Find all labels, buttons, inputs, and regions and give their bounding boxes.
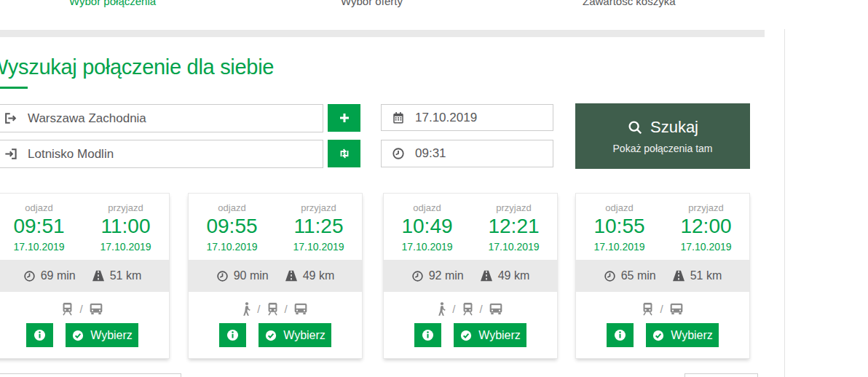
search-button[interactable]: Szukaj Pokaż połączenia tam bbox=[575, 103, 750, 169]
bus-icon bbox=[89, 303, 103, 315]
departure-date: 17.10.2019 bbox=[576, 241, 663, 253]
arrival-date: 17.10.2019 bbox=[82, 241, 169, 253]
info-icon bbox=[613, 328, 627, 342]
transport-modes: / bbox=[576, 300, 749, 317]
search-button-label: Szukaj bbox=[650, 118, 698, 137]
arrival-time: 11:00 bbox=[82, 215, 169, 238]
origin-station-input[interactable]: Warszawa Zachodnia bbox=[0, 104, 323, 132]
distance-value: 51 km bbox=[110, 269, 142, 282]
mode-separator: / bbox=[452, 303, 455, 315]
time-input[interactable]: 09:31 bbox=[381, 140, 553, 167]
select-button[interactable]: Wybierz bbox=[454, 323, 526, 347]
road-icon bbox=[92, 270, 105, 282]
duration-distance-strip: 92 min 49 km bbox=[384, 260, 557, 292]
duration-value: 65 min bbox=[621, 269, 656, 282]
mode-separator: / bbox=[257, 303, 260, 315]
calendar-icon bbox=[392, 111, 405, 124]
stepper-progress-bar bbox=[0, 30, 765, 37]
duration-clock-icon bbox=[23, 270, 36, 282]
date-value: 17.10.2019 bbox=[415, 111, 477, 125]
content-right-divider bbox=[784, 29, 785, 377]
arrival-label: przyjazd bbox=[470, 202, 557, 213]
destination-station-input[interactable]: Lotnisko Modlin bbox=[0, 140, 323, 168]
departure-label: odjazd bbox=[0, 202, 82, 213]
departure-time: 10:49 bbox=[384, 215, 470, 238]
duration-clock-icon bbox=[604, 270, 616, 282]
duration-distance-strip: 90 min 49 km bbox=[189, 260, 362, 292]
time-value: 09:31 bbox=[415, 146, 446, 161]
transport-modes: // bbox=[189, 300, 362, 317]
distance-value: 51 km bbox=[690, 269, 722, 282]
walk-icon bbox=[438, 302, 446, 316]
search-button-sublabel: Pokaż połączenia tam bbox=[613, 143, 713, 154]
select-button-label: Wybierz bbox=[478, 329, 521, 342]
later-connections-button[interactable] bbox=[684, 373, 758, 377]
date-input[interactable]: 17.10.2019 bbox=[381, 104, 553, 131]
arrival-time: 12:00 bbox=[663, 215, 749, 238]
info-button[interactable] bbox=[607, 323, 634, 347]
departure-time: 09:55 bbox=[189, 215, 275, 238]
duration-distance-strip: 65 min 51 km bbox=[576, 260, 749, 292]
distance-value: 49 km bbox=[498, 269, 530, 282]
departure-label: odjazd bbox=[576, 202, 663, 213]
bus-icon bbox=[489, 303, 503, 315]
departure-label: odjazd bbox=[384, 202, 470, 213]
train-icon bbox=[61, 302, 74, 316]
check-icon bbox=[652, 329, 665, 342]
check-icon bbox=[459, 329, 473, 342]
departure-time: 10:55 bbox=[576, 215, 663, 238]
departure-date: 17.10.2019 bbox=[189, 241, 275, 253]
info-icon bbox=[226, 328, 240, 342]
connection-card: odjazd 10:55 17.10.2019 przyjazd 12:00 1… bbox=[575, 193, 750, 359]
select-button-label: Wybierz bbox=[671, 329, 713, 342]
arrival-date: 17.10.2019 bbox=[663, 241, 749, 253]
arrival-label: przyjazd bbox=[663, 202, 749, 213]
stepper-step-connection[interactable]: Wybór połączenia bbox=[69, 0, 156, 7]
earlier-connections-button[interactable] bbox=[0, 373, 181, 377]
search-icon bbox=[627, 119, 643, 135]
transport-modes: // bbox=[384, 300, 557, 317]
stepper-step-cart[interactable]: Zawartość koszyka bbox=[583, 0, 676, 7]
connection-card: odjazd 10:49 17.10.2019 przyjazd 12:21 1… bbox=[383, 193, 558, 359]
select-button-label: Wybierz bbox=[90, 329, 133, 342]
mode-separator: / bbox=[79, 303, 82, 315]
page-title: Wyszukaj połączenie dla siebie bbox=[0, 55, 274, 79]
swap-icon bbox=[338, 147, 351, 160]
arrival-date: 17.10.2019 bbox=[275, 241, 362, 253]
select-button[interactable]: Wybierz bbox=[259, 323, 331, 347]
connection-card: odjazd 09:51 17.10.2019 przyjazd 11:00 1… bbox=[0, 193, 170, 359]
add-station-button[interactable] bbox=[328, 104, 360, 132]
train-icon bbox=[267, 302, 279, 316]
stepper-step-offer[interactable]: Wybór oferty bbox=[341, 0, 403, 7]
arrival-icon bbox=[4, 147, 17, 161]
info-icon bbox=[421, 328, 435, 342]
train-icon bbox=[462, 302, 474, 316]
departure-time: 09:51 bbox=[0, 215, 82, 238]
transport-modes: / bbox=[0, 300, 169, 317]
duration-clock-icon bbox=[411, 270, 424, 282]
origin-station-value: Warszawa Zachodnia bbox=[28, 111, 146, 126]
select-button[interactable]: Wybierz bbox=[646, 323, 719, 347]
duration-value: 69 min bbox=[41, 269, 76, 282]
bus-icon bbox=[669, 303, 684, 315]
select-button-label: Wybierz bbox=[283, 329, 326, 342]
duration-value: 90 min bbox=[234, 269, 269, 282]
road-icon bbox=[672, 270, 685, 282]
arrival-label: przyjazd bbox=[82, 202, 169, 213]
info-button[interactable] bbox=[219, 323, 246, 347]
duration-clock-icon bbox=[216, 270, 229, 282]
departure-label: odjazd bbox=[189, 202, 275, 213]
check-icon bbox=[71, 329, 84, 342]
select-button[interactable]: Wybierz bbox=[66, 323, 138, 347]
info-button[interactable] bbox=[26, 323, 53, 347]
clock-icon bbox=[392, 147, 405, 160]
arrival-label: przyjazd bbox=[275, 202, 362, 213]
swap-stations-button[interactable] bbox=[328, 140, 360, 167]
mode-separator: / bbox=[480, 303, 483, 315]
departure-date: 17.10.2019 bbox=[0, 241, 82, 253]
mode-separator: / bbox=[660, 303, 663, 315]
arrival-date: 17.10.2019 bbox=[470, 241, 557, 253]
info-button[interactable] bbox=[414, 323, 441, 347]
destination-station-value: Lotnisko Modlin bbox=[28, 147, 114, 162]
connection-card: odjazd 09:55 17.10.2019 przyjazd 11:25 1… bbox=[188, 193, 363, 359]
